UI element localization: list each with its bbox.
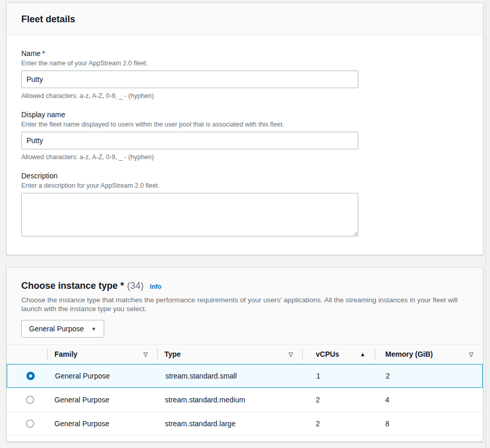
filter-triangle-down-icon[interactable]: ▽ (469, 351, 473, 358)
column-header-type[interactable]: Type ▽ (157, 345, 302, 363)
instance-type-table-header: Family ▽ Type ▽ vCPUs ▲ Memory (GiB) ▽ (7, 345, 483, 364)
description-textarea[interactable] (21, 193, 358, 236)
table-row[interactable]: General Purpose stream.standard.medium 2… (7, 388, 483, 412)
fleet-details-body: Name* Enter the name of your AppStream 2… (7, 36, 483, 236)
fleet-details-card: Fleet details Name* Enter the name of yo… (6, 3, 483, 255)
description-hint: Enter a description for your AppStream 2… (21, 182, 468, 189)
info-link[interactable]: Info (150, 283, 161, 290)
radio-unselected[interactable] (26, 396, 34, 404)
filter-triangle-down-icon[interactable]: ▽ (289, 351, 293, 358)
instance-type-count: (34) (127, 281, 144, 291)
choose-instance-type-title-row: Choose instance type * (34) Info (21, 281, 468, 291)
required-marker: * (42, 49, 45, 58)
fleet-details-title: Fleet details (21, 14, 75, 25)
description-label: Description (21, 172, 468, 180)
instance-type-table: Family ▽ Type ▽ vCPUs ▲ Memory (GiB) ▽ G… (7, 344, 483, 441)
column-header-memory[interactable]: Memory (GiB) ▽ (375, 345, 483, 363)
table-row[interactable]: General Purpose stream.standard.small 1 … (7, 364, 483, 388)
table-row[interactable]: General Purpose stream.standard.large 2 … (7, 412, 483, 436)
choose-instance-type-title: Choose instance type * (21, 281, 124, 291)
description-field-group: Description Enter a description for your… (21, 172, 468, 236)
choose-instance-type-description: Choose the instance type that matches th… (21, 296, 468, 313)
name-allowed-characters-note: Allowed characters: a-z, A-Z, 0-9, _ - (… (21, 92, 468, 100)
required-marker: * (120, 281, 124, 291)
radio-selected[interactable] (26, 372, 35, 380)
display-name-input[interactable] (21, 132, 358, 149)
radio-unselected[interactable] (26, 419, 34, 428)
display-name-label: Display name (21, 110, 468, 119)
name-label: Name* (21, 49, 468, 58)
fleet-details-header: Fleet details (7, 3, 483, 36)
choose-instance-type-card: Choose instance type * (34) Info Choose … (6, 267, 483, 442)
name-input[interactable] (21, 71, 358, 88)
column-header-family[interactable]: Family ▽ (47, 345, 157, 363)
sort-ascending-icon[interactable]: ▲ (360, 351, 366, 357)
name-field-group: Name* Enter the name of your AppStream 2… (21, 49, 468, 100)
instance-family-dropdown[interactable]: General Purpose ▼ (21, 320, 104, 338)
filter-triangle-down-icon[interactable]: ▽ (144, 351, 148, 358)
choose-instance-type-header: Choose instance type * (34) Info Choose … (7, 268, 483, 338)
instance-family-dropdown-value: General Purpose (29, 325, 84, 333)
display-name-field-group: Display name Enter the fleet name displa… (21, 110, 468, 161)
vertical-scrollbar[interactable] (485, 0, 490, 448)
display-name-allowed-characters-note: Allowed characters: a-z, A-Z, 0-9, _ - (… (21, 153, 468, 161)
name-hint: Enter the name of your AppStream 2.0 fle… (21, 60, 468, 67)
column-header-vcpus[interactable]: vCPUs ▲ (302, 345, 375, 363)
chevron-down-icon: ▼ (91, 326, 96, 332)
display-name-hint: Enter the fleet name displayed to users … (21, 121, 468, 128)
